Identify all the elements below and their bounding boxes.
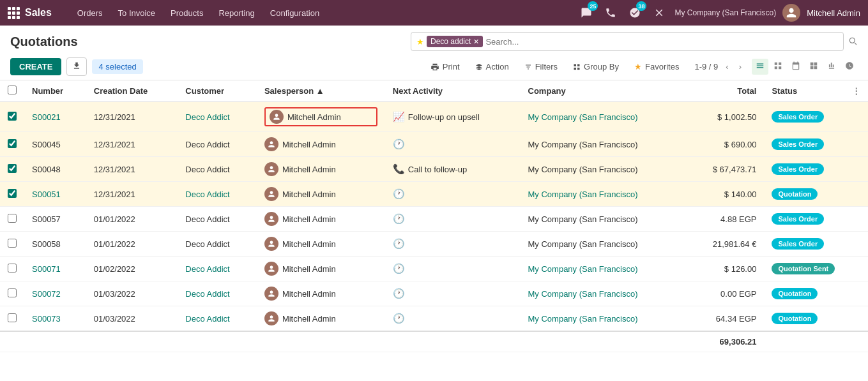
activity-view-button[interactable] (841, 59, 858, 75)
order-link[interactable]: S00072 (32, 289, 61, 299)
row-number[interactable]: S00058 (24, 232, 86, 257)
col-status[interactable]: Status ⋮ (764, 80, 868, 102)
svg-rect-1 (577, 64, 580, 66)
col-customer[interactable]: Customer (178, 80, 257, 102)
row-checkbox[interactable] (8, 112, 17, 121)
row-checkbox[interactable] (8, 139, 17, 148)
user-avatar[interactable] (782, 4, 800, 22)
activity-text: Follow-up on upsell (408, 112, 480, 122)
messages-button[interactable]: 25 (577, 4, 595, 22)
row-checkbox-cell[interactable] (0, 102, 24, 132)
row-company[interactable]: My Company (San Francisco) (521, 306, 686, 332)
row-checkbox[interactable] (8, 189, 17, 198)
row-number[interactable]: S00072 (24, 281, 86, 306)
row-checkbox[interactable] (8, 239, 17, 248)
row-customer[interactable]: Deco Addict (178, 182, 257, 207)
row-checkbox[interactable] (8, 214, 17, 223)
create-button[interactable]: CREATE (10, 58, 61, 75)
row-number[interactable]: S00073 (24, 306, 86, 332)
order-link[interactable]: S00051 (32, 190, 61, 199)
row-customer[interactable]: Deco Addict (178, 257, 257, 281)
col-next-activity[interactable]: Next Activity (385, 80, 521, 102)
row-customer[interactable]: Deco Addict (178, 132, 257, 157)
row-company[interactable]: My Company (San Francisco) (521, 207, 686, 232)
col-company[interactable]: Company (521, 80, 686, 102)
order-link[interactable]: S00073 (32, 314, 61, 324)
nav-item-products[interactable]: Products (163, 0, 211, 26)
group-by-button[interactable]: Group By (568, 59, 624, 74)
row-number[interactable]: S00071 (24, 257, 86, 281)
upload-button[interactable] (66, 57, 87, 76)
graph-view-button[interactable] (823, 59, 840, 75)
row-checkbox-cell[interactable] (0, 257, 24, 281)
row-checkbox-cell[interactable] (0, 182, 24, 207)
pivot-view-button[interactable] (805, 59, 822, 75)
activity-button[interactable]: 38 (626, 4, 644, 22)
row-checkbox-cell[interactable] (0, 132, 24, 157)
search-icon[interactable] (848, 36, 858, 48)
row-checkbox[interactable] (8, 264, 17, 273)
favorites-button[interactable]: ★ Favorites (629, 59, 684, 74)
row-company[interactable]: My Company (San Francisco) (521, 102, 686, 132)
row-customer[interactable]: Deco Addict (178, 157, 257, 182)
row-customer[interactable]: Deco Addict (178, 306, 257, 332)
order-link[interactable]: S00045 (32, 140, 61, 149)
activity-clock-icon: 🕐 (393, 288, 405, 299)
row-company[interactable]: My Company (San Francisco) (521, 157, 686, 182)
nav-item-reporting[interactable]: Reporting (211, 0, 262, 26)
row-checkbox[interactable] (8, 313, 17, 322)
row-number[interactable]: S00048 (24, 157, 86, 182)
pagination-next[interactable]: › (736, 61, 744, 73)
col-salesperson[interactable]: Salesperson ▲ (257, 80, 385, 102)
print-button[interactable]: Print (425, 59, 465, 74)
row-company[interactable]: My Company (San Francisco) (521, 182, 686, 207)
filters-button[interactable]: Filters (519, 59, 563, 74)
pagination-prev[interactable]: ‹ (723, 61, 731, 73)
order-link[interactable]: S00057 (32, 214, 61, 224)
order-link[interactable]: S00058 (32, 239, 61, 249)
col-total[interactable]: Total (686, 80, 765, 102)
row-number[interactable]: S00021 (24, 102, 86, 132)
row-checkbox[interactable] (8, 288, 17, 297)
nav-item-orders[interactable]: Orders (70, 0, 110, 26)
row-checkbox-cell[interactable] (0, 207, 24, 232)
close-button[interactable] (650, 4, 668, 22)
action-button[interactable]: Action (470, 59, 514, 74)
order-link[interactable]: S00021 (32, 112, 61, 122)
select-all-header[interactable] (0, 80, 24, 102)
col-number[interactable]: Number (24, 80, 86, 102)
row-checkbox-cell[interactable] (0, 157, 24, 182)
nav-item-configuration[interactable]: Configuration (263, 0, 327, 26)
calendar-view-button[interactable] (788, 59, 804, 75)
row-number[interactable]: S00051 (24, 182, 86, 207)
activity-phone-icon: 📞 (393, 163, 405, 175)
app-logo[interactable]: Sales (8, 7, 62, 19)
search-input[interactable] (485, 37, 838, 47)
list-view-button[interactable] (752, 59, 768, 75)
row-customer[interactable]: Deco Addict (178, 281, 257, 306)
search-tag-close-icon[interactable]: ✕ (473, 38, 479, 46)
row-customer[interactable]: Deco Addict (178, 232, 257, 257)
row-company[interactable]: My Company (San Francisco) (521, 232, 686, 257)
user-name: Mitchell Admin (807, 8, 860, 18)
row-checkbox-cell[interactable] (0, 306, 24, 332)
nav-item-to-invoice[interactable]: To Invoice (110, 0, 164, 26)
order-link[interactable]: S00071 (32, 264, 61, 274)
row-checkbox[interactable] (8, 164, 17, 173)
row-customer[interactable]: Deco Addict (178, 207, 257, 232)
col-options-icon[interactable]: ⋮ (852, 86, 860, 96)
select-all-checkbox[interactable] (8, 86, 17, 94)
col-creation-date[interactable]: Creation Date (86, 80, 178, 102)
order-link[interactable]: S00048 (32, 165, 61, 174)
kanban-view-button[interactable] (770, 59, 786, 75)
row-customer[interactable]: Deco Addict (178, 102, 257, 132)
row-company[interactable]: My Company (San Francisco) (521, 132, 686, 157)
row-checkbox-cell[interactable] (0, 232, 24, 257)
salesperson-avatar (264, 237, 278, 251)
row-checkbox-cell[interactable] (0, 281, 24, 306)
row-company[interactable]: My Company (San Francisco) (521, 257, 686, 281)
row-number[interactable]: S00057 (24, 207, 86, 232)
phone-button[interactable] (602, 4, 620, 22)
row-number[interactable]: S00045 (24, 132, 86, 157)
row-company[interactable]: My Company (San Francisco) (521, 281, 686, 306)
